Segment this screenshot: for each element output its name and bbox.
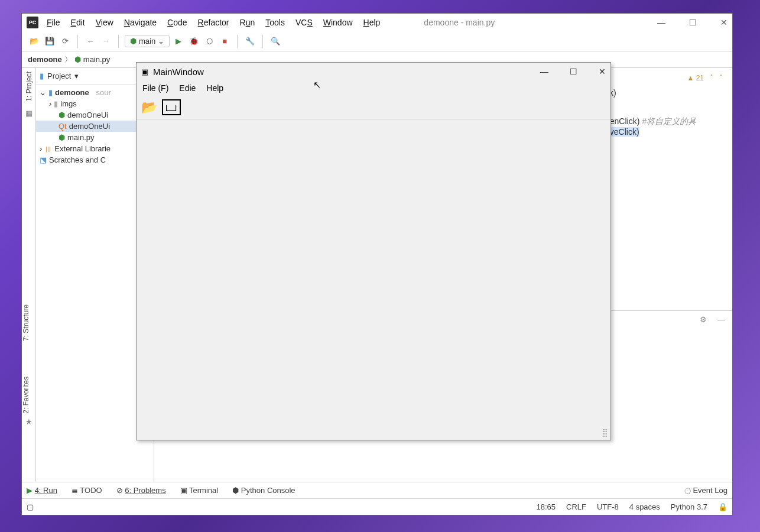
tab-todo[interactable]: ≣ TODO [72,486,102,495]
event-log[interactable]: ◌ Event Log [684,486,727,495]
warnings-badge[interactable]: ▲ 21 ˄ ˅ [687,74,723,82]
qt-child-window[interactable]: ▣ MainWindow — ☐ ✕ File (F) Edie Help 📂 … [136,62,611,440]
menu-edit[interactable]: Edit [71,18,85,27]
close-icon[interactable]: ✕ [599,67,606,76]
minimize-icon[interactable]: — [657,18,665,27]
stop-icon[interactable]: ■ [218,35,231,48]
indent[interactable]: 4 spaces [629,502,660,511]
menu-help[interactable]: Help [363,18,381,27]
qt-title: MainWindow [153,67,204,77]
gear-icon[interactable]: ⚙ [700,315,707,324]
sync-icon[interactable]: ⟳ [59,35,72,48]
maximize-icon[interactable]: ☐ [689,18,697,27]
run-config-label: main [139,37,155,46]
crumb-root[interactable]: demoone [28,55,62,64]
lock-icon[interactable]: 🔒 [718,502,727,511]
tab-terminal[interactable]: ▣ Terminal [180,486,219,495]
titlebar: PC File Edit View Navigate Code Refactor… [22,14,732,31]
qt-menu-file[interactable]: File (F) [142,83,168,93]
open-folder-icon[interactable]: 📂 [141,100,157,115]
interpreter[interactable]: Python 3.7 [671,502,707,511]
menu-code[interactable]: Code [167,18,187,27]
close-icon[interactable]: ✕ [720,18,727,27]
menu-refactor[interactable]: Refactor [198,18,229,27]
menu-file[interactable]: File [47,18,60,27]
chevron-down-icon[interactable]: ▾ [74,72,79,80]
coverage-icon[interactable]: ⬡ [203,35,216,48]
tab-favorites[interactable]: 2: Favorites [22,377,30,414]
menu-window[interactable]: Window [323,18,353,27]
qt-toolbar: 📂 ⌴ [137,96,610,119]
resize-grip-icon[interactable]: ⣿ [137,428,610,440]
left-strip-lower: 7: Structure 2: Favorites ★ [22,304,36,426]
open-icon[interactable]: 📂 [28,35,41,48]
tab-structure[interactable]: 7: Structure [22,304,30,341]
pycharm-logo-icon: PC [27,17,38,28]
main-menu: File Edit View Navigate Code Refactor Ru… [47,18,380,27]
tab-problems[interactable]: ⊘ 6: Problems [116,486,166,495]
crumb-file[interactable]: main.py [83,55,111,64]
line-separator[interactable]: CRLF [566,502,586,511]
search-icon[interactable]: 🔍 [269,35,282,48]
tab-project[interactable]: 1: Project [25,72,33,102]
tool-window-toggle-icon[interactable]: ▢ [27,502,34,511]
folder-icon: ▮ [40,72,44,80]
tab-python-console[interactable]: ⬢ Python Console [232,486,295,495]
back-icon[interactable]: ← [84,35,97,48]
menu-run[interactable]: Run [240,18,255,27]
debug-icon[interactable]: 🐞 [187,35,200,48]
qt-menu-help[interactable]: Help [206,83,223,93]
menu-tools[interactable]: Tools [265,18,285,27]
code-fragment: aveClick) [605,127,732,137]
save-floppy-icon[interactable]: ⌴ [162,99,181,115]
code-fragment: penClick) #将自定义的具 [605,116,732,127]
run-config-select[interactable]: ⬢ main ⌄ [125,35,170,47]
qt-app-icon: ▣ [141,67,148,76]
statusbar: ▢ 18:65 CRLF UTF-8 4 spaces Python 3.7 🔒 [22,498,732,515]
cursor-icon: ↖ [313,79,321,90]
qt-client-area [137,119,610,428]
tab-run[interactable]: ▶ 4: Run [27,486,57,495]
qt-menu: File (F) Edie Help [137,80,610,96]
toolbar: 📂 💾 ⟳ ← → ⬢ main ⌄ ▶ 🐞 ⬡ ■ 🔧 🔍 [22,31,732,51]
qt-titlebar[interactable]: ▣ MainWindow — ☐ ✕ [137,63,610,80]
caret-position[interactable]: 18:65 [536,502,556,511]
project-panel-title: Project [47,72,71,80]
maximize-icon[interactable]: ☐ [570,67,577,76]
menu-vcs[interactable]: VCS [295,18,313,27]
qt-menu-edie[interactable]: Edie [179,83,196,93]
forward-icon[interactable]: → [99,35,112,48]
run-icon[interactable]: ▶ [172,35,185,48]
minimize-icon[interactable]: — [540,67,548,76]
hide-icon[interactable]: — [717,315,725,324]
code-fragment: ck) [605,88,732,98]
save-icon[interactable]: 💾 [43,35,56,48]
menu-navigate[interactable]: Navigate [124,18,157,27]
wrench-icon[interactable]: 🔧 [243,35,256,48]
menu-view[interactable]: View [96,18,113,27]
encoding[interactable]: UTF-8 [597,502,619,511]
window-title: demoone - main.py [424,18,495,27]
bottom-tool-tabs: ▶ 4: Run ≣ TODO ⊘ 6: Problems ▣ Terminal… [22,482,732,498]
chevron-down-icon: ⌄ [158,37,164,46]
